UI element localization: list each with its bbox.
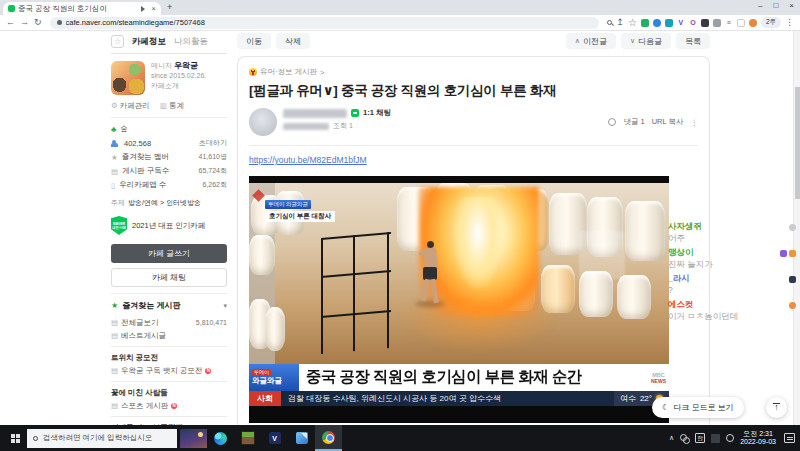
author-name-blurred[interactable]: [283, 109, 347, 118]
browser-tab[interactable]: 중국 공장 직원의 호기심이 ×: [3, 2, 161, 15]
board-icon: ▤: [111, 331, 118, 340]
notification-center-icon[interactable]: [784, 433, 795, 443]
extension-o-icon[interactable]: O: [689, 19, 697, 27]
author-avatar[interactable]: [249, 108, 277, 136]
extension-dark-icon[interactable]: [701, 19, 709, 27]
board-subscription-row: ▤ 게시판 구독수 65,724회: [111, 166, 227, 176]
post-menu-kebab-icon[interactable]: ⋮: [691, 118, 699, 127]
forest-icon: ♣: [111, 125, 116, 134]
rack-bar: [321, 270, 391, 278]
tab-close-icon[interactable]: ×: [151, 5, 156, 13]
sidebar-item-twitch-contest[interactable]: 트위치 공모전: [111, 351, 227, 364]
site-info-icon[interactable]: [57, 20, 62, 25]
taskbar-clock[interactable]: 오전 2:31 2022-09-03: [740, 430, 776, 447]
sidebar-item-flower-people[interactable]: 꽃에 미친 사람들: [111, 386, 227, 399]
extensions-puzzle-icon[interactable]: [713, 19, 721, 27]
topic-value[interactable]: 방송/연예 > 인터넷방송: [128, 199, 201, 206]
rack-bar: [321, 238, 323, 354]
back-icon[interactable]: ←: [6, 18, 15, 27]
one-to-one-chat-badge[interactable]: 1:1 채팅: [363, 108, 391, 118]
prev-post-button[interactable]: ∧ 이전글: [566, 33, 616, 49]
comment-count[interactable]: 댓글 1: [623, 117, 644, 127]
extension-lines-icon[interactable]: ≡: [725, 19, 733, 27]
invite-link[interactable]: 초대하기: [199, 138, 227, 148]
chat-name-row: 사자생쥐: [668, 221, 796, 233]
address-bar[interactable]: cafe.naver.com/steamindiegame/7507468: [50, 17, 600, 29]
ticker-category-tag: 사회: [249, 391, 281, 406]
favorite-star-button[interactable]: ☆: [111, 35, 124, 48]
dark-mode-button[interactable]: ☾ 다크 모드로 보기: [652, 397, 744, 418]
chevron-down-icon[interactable]: ▾: [223, 302, 227, 310]
extension-blue-icon[interactable]: [653, 19, 661, 27]
cafe-stats-link[interactable]: ▥ 통계: [160, 101, 184, 111]
youtube-link[interactable]: https://youtu.be/M82EdM1bfJM: [249, 155, 367, 165]
next-post-button[interactable]: ∨ 다음글: [621, 33, 671, 49]
delete-button[interactable]: 삭제: [276, 33, 310, 49]
maximize-button[interactable]: □: [773, 1, 778, 10]
sidebar-item-best-posts[interactable]: ▤ 베스트게시글: [111, 329, 227, 342]
cafe-avatar[interactable]: [111, 61, 145, 95]
manager-name[interactable]: 우왁굳: [174, 61, 198, 70]
windows-taskbar: 검색하려면 여기에 입력하십시오 V ∧ 한 오전 2:31 2022-09-0…: [0, 425, 800, 451]
tray-expand-icon[interactable]: ∧: [669, 434, 674, 442]
board-icon: ▤: [111, 318, 118, 327]
tab-my-activity[interactable]: 나의활동: [174, 36, 208, 48]
bookmark-star-icon[interactable]: ☆: [628, 18, 637, 28]
taskbar-blue-app-icon[interactable]: [288, 425, 315, 451]
sidebar-item-all-posts[interactable]: ▤ 전체글보기 5,810,471: [111, 316, 227, 329]
news-weather-widget[interactable]: [180, 429, 207, 448]
new-badge: N: [205, 368, 211, 374]
refresh-icon[interactable]: ↻: [34, 18, 42, 27]
cafe-write-button[interactable]: 카페 글쓰기: [111, 244, 227, 263]
tray-app-icon[interactable]: [711, 434, 720, 443]
close-button[interactable]: ×: [789, 1, 794, 10]
chat-username: 에스컷: [668, 299, 694, 311]
post-main: 이동 삭제 ∧ 이전글 ∨ 다음글 목록 유머·정보 게시판 >: [237, 33, 710, 425]
taskbar-chrome-icon-active[interactable]: [315, 425, 342, 451]
scroll-to-top-button[interactable]: ↑: [766, 397, 787, 418]
extension-v-icon[interactable]: V: [677, 19, 685, 27]
url-text[interactable]: cafe.naver.com/steamindiegame/7507468: [66, 18, 205, 27]
sidebar-item-sports-board[interactable]: ▤ 스포츠 게시판 N: [111, 399, 227, 412]
favorite-boards-header[interactable]: ★ 즐겨찾는 게시판 ▾: [111, 300, 227, 311]
minimize-button[interactable]: –: [758, 1, 762, 10]
tab-cafe-info[interactable]: 카페정보: [132, 36, 166, 48]
ime-icon[interactable]: 한: [695, 433, 705, 443]
new-tab-button[interactable]: +: [167, 2, 172, 12]
taskbar-search-input[interactable]: 검색하려면 여기에 입력하십시오: [27, 429, 177, 448]
naver-shield-icon: NAVER 대표카페: [111, 216, 127, 235]
extension-teal-icon[interactable]: [665, 19, 673, 27]
taskbar-minecraft-icon[interactable]: [234, 425, 261, 451]
rack-bar: [321, 232, 391, 240]
video-player[interactable]: 투데이 와글와글 호기심이 부른 대참사 투데이 와글와글 중국 공장 직원의 …: [249, 176, 669, 423]
list-button[interactable]: 목록: [676, 33, 710, 49]
zoom-icon[interactable]: [607, 20, 612, 25]
cafe-manage-link[interactable]: ⚙ 카페관리: [111, 101, 150, 111]
cafe-chat-button[interactable]: 카페 채팅: [111, 268, 227, 287]
url-copy-button[interactable]: URL 복사: [652, 117, 684, 127]
scrollbar-thumb[interactable]: [795, 87, 800, 199]
browser-menu-kebab-icon[interactable]: ⋮: [785, 18, 794, 27]
move-button[interactable]: 이동: [237, 33, 271, 49]
system-tray: ∧ 한 오전 2:31 2022-09-03: [669, 430, 795, 447]
board-name[interactable]: 유머·정보 게시판: [260, 67, 317, 77]
arrow-glyph: ↑: [774, 403, 779, 412]
link-icon[interactable]: [680, 434, 689, 443]
taskbar-v-app-icon[interactable]: V: [261, 425, 288, 451]
board-breadcrumb[interactable]: 유머·정보 게시판 >: [249, 67, 698, 77]
profile-avatar[interactable]: [749, 19, 757, 27]
sidebar-item-badge-contest[interactable]: ▤ 우왁굳 구독 뱃지 공모전 N: [111, 364, 227, 377]
extension-green-icon[interactable]: [641, 19, 649, 27]
cafe-page: ☆ 카페정보 나의활동 매니저 우왁굳 since 2015.02.26. 카페…: [0, 31, 800, 425]
taskbar-edge-icon[interactable]: [207, 425, 234, 451]
menu-label: 우왁굳 구독 뱃지 공모전: [121, 366, 202, 376]
post-actions: 댓글 1 URL 복사 ⋮: [608, 108, 698, 136]
forward-icon[interactable]: →: [20, 18, 29, 27]
dark-mode-label: 다크 모드로 보기: [673, 402, 733, 413]
share-icon[interactable]: ↥: [616, 18, 624, 27]
profile-chip[interactable]: 2루: [761, 17, 781, 28]
tray-circle-icon[interactable]: [726, 434, 734, 442]
extension-light-icon[interactable]: [737, 19, 745, 27]
cafe-intro-link[interactable]: 카페소개: [151, 81, 206, 91]
start-button[interactable]: [3, 425, 27, 451]
